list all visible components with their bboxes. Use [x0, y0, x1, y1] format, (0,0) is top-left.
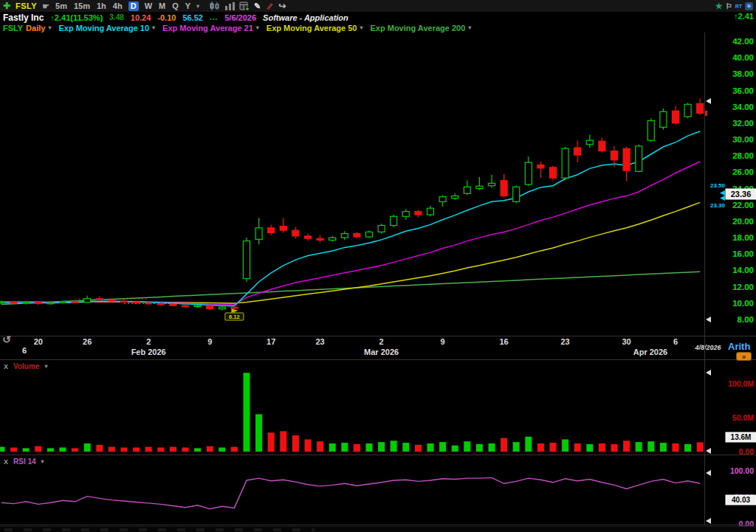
ema50-line: [1, 202, 700, 303]
candle-body: [35, 303, 41, 304]
volume-dropdown-icon[interactable]: ▾: [44, 363, 47, 370]
volume-bar: [60, 447, 66, 452]
svg-text:26.00: 26.00: [732, 167, 754, 176]
candle-body: [305, 236, 312, 238]
volume-bar: [599, 443, 605, 452]
candle-body: [60, 302, 66, 303]
svg-text:8.00: 8.00: [738, 315, 754, 324]
svg-text:34.00: 34.00: [732, 103, 754, 111]
rsi-pane[interactable]: 100.0050.000.0040.03: [1, 466, 756, 528]
volume-bar: [305, 439, 312, 452]
axis-extreme-marker: [706, 98, 711, 104]
candle-body: [341, 234, 348, 238]
candle-body: [550, 167, 557, 178]
svg-text:28.00: 28.00: [732, 151, 754, 160]
rsi-panel-header: X RSI 14 ▾: [4, 457, 44, 466]
volume-bar: [489, 443, 495, 452]
volume-bar: [562, 439, 568, 452]
volume-bar: [452, 446, 458, 452]
ask-chevron-icon: [720, 190, 725, 196]
volume-bar: [673, 443, 679, 452]
svg-text:42.00: 42.00: [732, 37, 754, 46]
ema21-line: [1, 162, 700, 305]
candle-body: [378, 225, 385, 232]
svg-text:20.00: 20.00: [732, 217, 754, 226]
candlestick-series: [0, 99, 704, 311]
candle-body: [133, 302, 140, 303]
price-pane[interactable]: 6.12: [0, 99, 704, 320]
axis-extreme-marker: [706, 448, 711, 454]
rsi-panel-label[interactable]: RSI 14: [13, 457, 36, 466]
price-axis[interactable]: 42.0040.0038.0036.0034.0032.0030.0028.00…: [704, 37, 756, 324]
volume-panel-label[interactable]: Volume: [13, 362, 39, 370]
volume-bar: [133, 447, 140, 452]
volume-pane[interactable]: 100.0M50.0M0.0013.6M: [0, 370, 756, 456]
candle-body: [23, 303, 30, 304]
trading-chart-window: ✚ FSLY ☛ 5m15m1h4hDWMQY ▾: [0, 0, 756, 532]
axis-extreme-marker: [706, 370, 711, 376]
candle-body: [660, 111, 667, 127]
volume-bar: [636, 442, 642, 452]
svg-text:38.00: 38.00: [732, 69, 754, 78]
volume-bar: [391, 441, 397, 452]
volume-bar: [550, 443, 557, 452]
rsi-dropdown-icon[interactable]: ▾: [41, 458, 44, 465]
rsi-line: [1, 477, 700, 508]
candle-body: [599, 141, 605, 151]
more-button[interactable]: »: [736, 352, 752, 361]
svg-text:16: 16: [499, 337, 508, 346]
scale-type-label[interactable]: Arith: [728, 341, 750, 352]
volume-bar: [47, 448, 54, 452]
volume-close-button[interactable]: X: [4, 363, 8, 370]
candle-body: [194, 305, 201, 307]
volume-bar: [244, 373, 250, 452]
candle-body: [489, 183, 495, 185]
candle-body: [219, 307, 225, 308]
volume-bar: [586, 444, 593, 452]
volume-bar: [427, 443, 434, 452]
chart-canvas[interactable]: 6.1242.0040.0038.0036.0034.0032.0030.002…: [0, 0, 756, 532]
svg-text:4/8/2026: 4/8/2026: [694, 344, 721, 351]
svg-text:100.00: 100.00: [730, 466, 754, 475]
candle-body: [574, 148, 581, 155]
volume-bar: [255, 414, 262, 452]
volume-bar: [341, 443, 348, 452]
volume-bar: [697, 442, 704, 452]
svg-text:23.50: 23.50: [710, 182, 726, 189]
svg-text:40.03: 40.03: [732, 496, 750, 504]
volume-bar: [525, 437, 532, 452]
candle-body: [697, 103, 704, 113]
svg-text:6.12: 6.12: [229, 314, 240, 320]
ema10-line: [1, 131, 700, 306]
volume-bar: [145, 447, 152, 452]
volume-bar: [623, 441, 630, 452]
candle-body: [427, 208, 434, 215]
candle-body: [47, 303, 54, 304]
svg-text:18.00: 18.00: [732, 233, 754, 242]
candle-body: [647, 121, 654, 141]
svg-text:32.00: 32.00: [732, 119, 754, 128]
candle-body: [537, 165, 544, 167]
volume-bar: [109, 447, 115, 452]
candle-body: [121, 301, 128, 303]
candle-body: [476, 186, 483, 188]
candle-body: [464, 187, 470, 193]
refresh-icon[interactable]: ↺: [2, 334, 11, 345]
candle-body: [292, 230, 299, 236]
volume-bar: [378, 442, 385, 452]
volume-bar: [231, 447, 238, 452]
candle-body: [684, 104, 691, 117]
rsi-close-button[interactable]: X: [4, 458, 8, 466]
candle-body: [0, 302, 5, 303]
candle-body: [109, 300, 115, 301]
volume-bar: [292, 435, 299, 452]
svg-text:22.00: 22.00: [732, 201, 754, 210]
candle-body: [513, 187, 520, 201]
candle-body: [329, 238, 336, 240]
svg-text:13.6M: 13.6M: [731, 433, 752, 441]
candle-body: [157, 303, 164, 305]
bid-chevron-icon: [720, 196, 725, 201]
volume-bar: [513, 442, 520, 452]
svg-text:10.00: 10.00: [732, 299, 754, 308]
volume-bar: [268, 432, 275, 452]
